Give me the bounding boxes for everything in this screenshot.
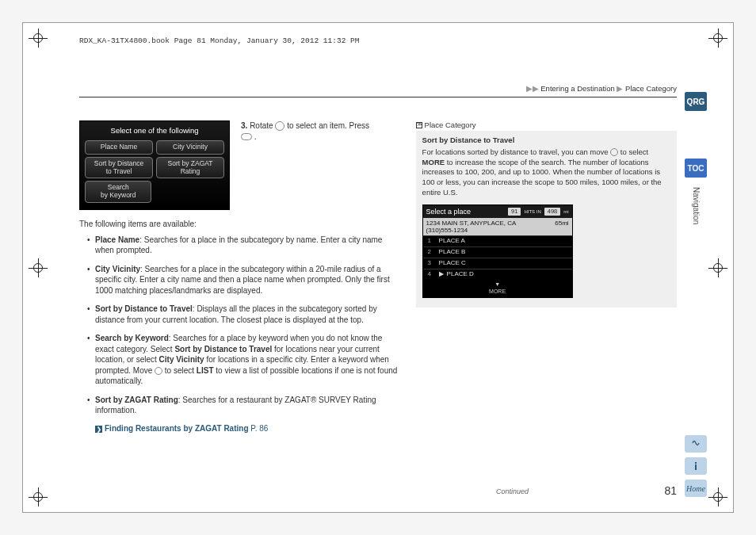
- list-item: Search by Keyword: Searches for a place …: [87, 333, 399, 387]
- list-item: Sort by Distance to Travel: Displays all…: [87, 304, 399, 325]
- print-header-stamp: RDX_KA-31TX4800.book Page 81 Monday, Jan…: [79, 36, 359, 45]
- page-number: 81: [664, 484, 677, 497]
- table-row: 2PLACE B: [423, 246, 572, 258]
- note-title: Sort by Distance to Travel: [422, 136, 670, 146]
- continued-label: Continued: [496, 487, 529, 495]
- svg-rect-1: [695, 464, 697, 470]
- breadcrumb-seg: Place Category: [625, 84, 677, 93]
- nav-screenshot-list: Select a place 91 HITS IN 498 mi 1234 MA…: [422, 204, 573, 299]
- miles-unit: mi: [563, 208, 568, 215]
- cropmark-icon: [708, 487, 727, 506]
- move-dial-icon: [610, 148, 618, 156]
- screenshot-more: ▼ MORE: [423, 280, 572, 298]
- page-content: RDX_KA-31TX4800.book Page 81 Monday, Jan…: [79, 55, 677, 494]
- item-list: Place Name: Searches for a place in the …: [79, 235, 399, 424]
- header-rule: [79, 97, 677, 97]
- tab-toc[interactable]: TOC: [685, 159, 707, 178]
- list-item: City Vicinity: Searches for a place in t…: [87, 264, 399, 296]
- cropmark-icon: [29, 487, 48, 506]
- move-dial-icon: [155, 367, 162, 375]
- screenshot-button: Sort by ZAGAT Rating: [156, 157, 224, 179]
- breadcrumb-arrows: ▶▶: [526, 84, 539, 93]
- screenshot-title: Select a place: [426, 207, 505, 216]
- screenshot-button: City Vicinity: [156, 140, 224, 155]
- screenshot-button: Search by Keyword: [85, 181, 151, 203]
- info-icon[interactable]: [685, 457, 707, 475]
- screenshot-address: 1234 MAIN ST, ANYPLACE, CA (310)555-1234…: [423, 218, 572, 235]
- link-marker-icon: ❯: [95, 426, 102, 433]
- home-icon[interactable]: Home: [685, 480, 707, 497]
- side-icon-strip: Home: [685, 435, 707, 497]
- distance-value: 65mi: [555, 220, 568, 227]
- miles-count: 498: [544, 208, 561, 216]
- cropmark-icon: [29, 29, 48, 48]
- screenshot-button: Sort by Distance to Travel: [85, 157, 153, 179]
- svg-rect-0: [695, 462, 697, 464]
- note-box: Sort by Distance to Travel For locations…: [416, 131, 677, 308]
- left-column: Select one of the following Place Name C…: [79, 120, 399, 486]
- list-item: Sort by ZAGAT Rating: Searches for a res…: [87, 395, 399, 416]
- intro-text: The following items are available:: [79, 220, 399, 228]
- cropmark-icon: [29, 258, 48, 277]
- table-row: 3PLACE C: [423, 258, 572, 269]
- cropmark-icon: [708, 29, 727, 48]
- note-heading: Place Category: [416, 120, 677, 131]
- hits-label: HITS IN: [524, 208, 540, 215]
- section-label: Navigation: [692, 187, 701, 224]
- breadcrumb-sep: ▶: [617, 84, 623, 93]
- voice-icon[interactable]: [685, 435, 707, 453]
- right-column: Place Category Sort by Distance to Trave…: [416, 120, 677, 486]
- tab-qrg[interactable]: QRG: [685, 92, 707, 111]
- screenshot-title: Select one of the following: [85, 124, 224, 138]
- table-row: 1PLACE A: [423, 235, 572, 246]
- note-marker-icon: [416, 122, 422, 128]
- cropmark-icon: [708, 258, 727, 277]
- table-row: 4▶ PLACE D: [423, 269, 572, 280]
- nav-screenshot-select: Select one of the following Place Name C…: [79, 120, 230, 210]
- breadcrumb: ▶▶ Entering a Destination ▶ Place Catego…: [526, 84, 677, 93]
- list-item: Place Name: Searches for a place in the …: [87, 235, 399, 256]
- breadcrumb-seg: Entering a Destination: [540, 84, 614, 93]
- side-tabs: QRG TOC Navigation: [685, 92, 707, 224]
- screenshot-button: Place Name: [85, 140, 153, 155]
- cross-reference-link[interactable]: ❯Finding Restaurants by ZAGAT Rating P. …: [95, 424, 399, 433]
- hits-count: 91: [508, 208, 521, 216]
